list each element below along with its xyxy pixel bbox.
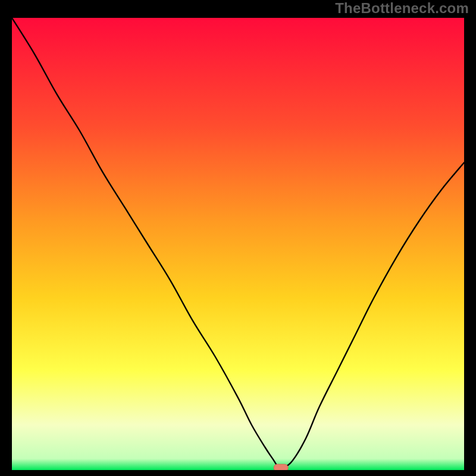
bottleneck-chart [12, 18, 464, 470]
watermark-text: TheBottleneck.com [335, 0, 469, 17]
gradient-background [12, 18, 464, 470]
chart-frame: TheBottleneck.com [0, 0, 476, 476]
plot-area [12, 18, 464, 470]
optimal-point-marker [274, 464, 288, 470]
